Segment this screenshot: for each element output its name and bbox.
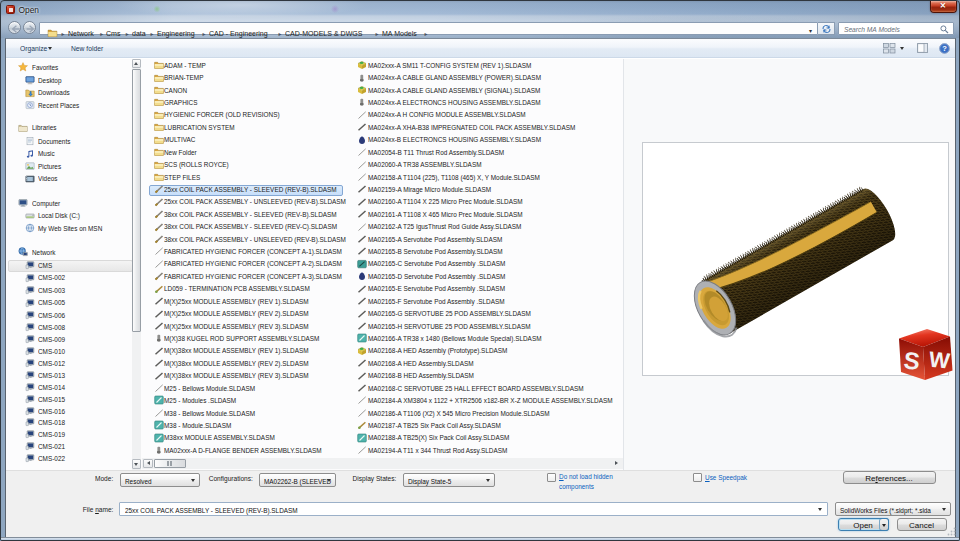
svg-text:W: W	[927, 346, 950, 373]
svg-text:S: S	[902, 346, 921, 375]
svg-text:?: ?	[942, 44, 947, 53]
